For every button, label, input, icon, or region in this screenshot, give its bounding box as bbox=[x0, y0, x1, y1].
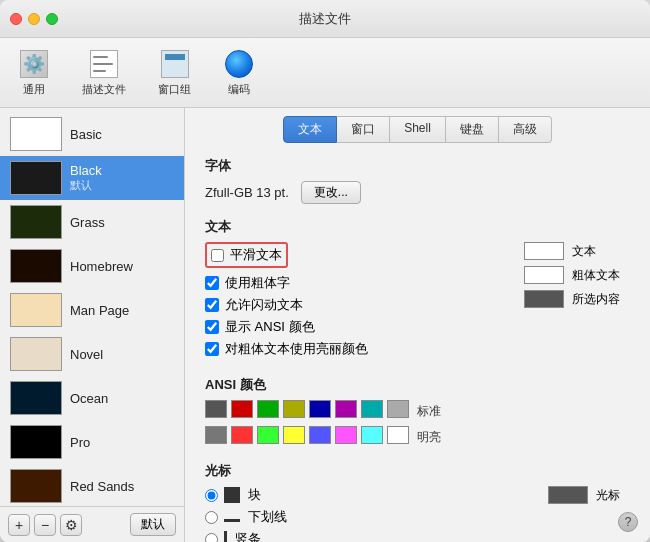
ansi-std-label: 标准 bbox=[417, 403, 441, 420]
remove-profile-button[interactable]: − bbox=[34, 514, 56, 536]
show-ansi-label: 显示 ANSI 颜色 bbox=[225, 318, 315, 336]
ansi-bright-swatches bbox=[205, 426, 409, 444]
text-color-swatch[interactable] bbox=[524, 242, 564, 260]
tab-shell[interactable]: Shell bbox=[390, 116, 446, 143]
titlebar: 描述文件 bbox=[0, 0, 650, 38]
toolbar-encoding[interactable]: 编码 bbox=[217, 44, 261, 101]
selected-color-row: 所选内容 bbox=[524, 290, 620, 308]
sidebar-item-novel[interactable]: Novel bbox=[0, 332, 184, 376]
bold-color-swatch[interactable] bbox=[524, 266, 564, 284]
ansi-bright-swatch-6[interactable] bbox=[361, 426, 383, 444]
ansi-bright-swatch-7[interactable] bbox=[387, 426, 409, 444]
selected-color-label: 所选内容 bbox=[572, 291, 620, 308]
use-bold-label: 使用粗体字 bbox=[225, 274, 290, 292]
minimize-button[interactable] bbox=[28, 13, 40, 25]
close-button[interactable] bbox=[10, 13, 22, 25]
main-window: 描述文件 ⚙️ 通用 描述文件 窗口组 bbox=[0, 0, 650, 542]
item-name-redsands: Red Sands bbox=[70, 479, 134, 494]
add-profile-button[interactable]: + bbox=[8, 514, 30, 536]
cursor-underline-row: 下划线 bbox=[205, 508, 287, 526]
use-bold-checkbox[interactable] bbox=[205, 276, 219, 290]
cursor-block-row: 块 bbox=[205, 486, 287, 504]
ansi-bright-swatch-5[interactable] bbox=[335, 426, 357, 444]
panel-content: 字体 Zfull-GB 13 pt. 更改... 文本 平滑文本 bbox=[185, 143, 650, 542]
default-button[interactable]: 默认 bbox=[130, 513, 176, 536]
help-button[interactable]: ? bbox=[618, 512, 638, 532]
ansi-bright-swatch-0[interactable] bbox=[205, 426, 227, 444]
allow-blink-checkbox[interactable] bbox=[205, 298, 219, 312]
cursor-underline-label: 下划线 bbox=[248, 508, 287, 526]
font-name-label: Zfull-GB 13 pt. bbox=[205, 185, 289, 200]
item-thumb-novel bbox=[10, 337, 62, 371]
cursor-color-swatch[interactable] bbox=[548, 486, 588, 504]
sidebar-item-ocean[interactable]: Ocean bbox=[0, 376, 184, 420]
bold-bright-row: 对粗体文本使用亮丽颜色 bbox=[205, 340, 368, 358]
cursor-section-title: 光标 bbox=[205, 462, 630, 480]
encoding-icon bbox=[223, 48, 255, 80]
cursor-section: 光标 块 下划线 bbox=[205, 462, 630, 542]
ansi-bright-swatch-3[interactable] bbox=[283, 426, 305, 444]
ansi-std-swatch-2[interactable] bbox=[257, 400, 279, 418]
item-sub-black: 默认 bbox=[70, 178, 102, 193]
show-ansi-checkbox[interactable] bbox=[205, 320, 219, 334]
show-ansi-row: 显示 ANSI 颜色 bbox=[205, 318, 368, 336]
ansi-std-swatch-3[interactable] bbox=[283, 400, 305, 418]
cursor-block-radio[interactable] bbox=[205, 489, 218, 502]
cursor-color-label: 光标 bbox=[596, 487, 620, 504]
tab-keyboard[interactable]: 键盘 bbox=[446, 116, 499, 143]
smooth-text-checkbox[interactable] bbox=[211, 249, 224, 262]
window-title: 描述文件 bbox=[299, 10, 351, 28]
text-color-label: 文本 bbox=[572, 243, 596, 260]
toolbar-windowgroup[interactable]: 窗口组 bbox=[152, 44, 197, 101]
cursor-bar-radio[interactable] bbox=[205, 533, 218, 543]
toolbar-windowgroup-label: 窗口组 bbox=[158, 82, 191, 97]
sidebar-item-basic[interactable]: Basic bbox=[0, 112, 184, 156]
tab-advanced[interactable]: 高级 bbox=[499, 116, 552, 143]
use-bold-row: 使用粗体字 bbox=[205, 274, 368, 292]
change-font-button[interactable]: 更改... bbox=[301, 181, 361, 204]
sidebar-item-pro[interactable]: Pro bbox=[0, 420, 184, 464]
toolbar-profile-label: 描述文件 bbox=[82, 82, 126, 97]
item-name-ocean: Ocean bbox=[70, 391, 108, 406]
smooth-text-label: 平滑文本 bbox=[230, 246, 282, 264]
tab-text[interactable]: 文本 bbox=[283, 116, 337, 143]
ansi-std-swatch-7[interactable] bbox=[387, 400, 409, 418]
item-thumb-black bbox=[10, 161, 62, 195]
sidebar-item-black[interactable]: Black 默认 bbox=[0, 156, 184, 200]
ansi-std-swatch-4[interactable] bbox=[309, 400, 331, 418]
sidebar-item-redsands[interactable]: Red Sands bbox=[0, 464, 184, 506]
settings-button[interactable]: ⚙ bbox=[60, 514, 82, 536]
sidebar: Basic Black 默认 Grass Homebrew Man Page N… bbox=[0, 108, 185, 542]
font-row: Zfull-GB 13 pt. 更改... bbox=[205, 181, 630, 204]
toolbar-general[interactable]: ⚙️ 通用 bbox=[12, 44, 56, 101]
sidebar-item-manpage[interactable]: Man Page bbox=[0, 288, 184, 332]
ansi-section: ANSI 颜色 标准 明亮 bbox=[205, 376, 630, 448]
bold-bright-checkbox[interactable] bbox=[205, 342, 219, 356]
ansi-bright-label: 明亮 bbox=[417, 429, 441, 446]
item-name-black: Black bbox=[70, 163, 102, 178]
cursor-underline-radio[interactable] bbox=[205, 511, 218, 524]
text-section: 文本 平滑文本 使用粗体字 bbox=[205, 218, 630, 362]
ansi-bright-swatch-4[interactable] bbox=[309, 426, 331, 444]
traffic-lights bbox=[10, 13, 58, 25]
item-name-pro: Pro bbox=[70, 435, 90, 450]
cursor-bar-row: 竖条 bbox=[205, 530, 287, 542]
content-area: Basic Black 默认 Grass Homebrew Man Page N… bbox=[0, 108, 650, 542]
sidebar-item-grass[interactable]: Grass bbox=[0, 200, 184, 244]
item-thumb-basic bbox=[10, 117, 62, 151]
sidebar-item-homebrew[interactable]: Homebrew bbox=[0, 244, 184, 288]
toolbar-profile[interactable]: 描述文件 bbox=[76, 44, 132, 101]
bold-color-row: 粗体文本 bbox=[524, 266, 620, 284]
selected-color-swatch[interactable] bbox=[524, 290, 564, 308]
ansi-bright-swatch-2[interactable] bbox=[257, 426, 279, 444]
ansi-std-swatch-6[interactable] bbox=[361, 400, 383, 418]
ansi-std-swatch-1[interactable] bbox=[231, 400, 253, 418]
ansi-std-swatch-0[interactable] bbox=[205, 400, 227, 418]
maximize-button[interactable] bbox=[46, 13, 58, 25]
ansi-std-swatch-5[interactable] bbox=[335, 400, 357, 418]
tab-window[interactable]: 窗口 bbox=[337, 116, 390, 143]
general-icon: ⚙️ bbox=[18, 48, 50, 80]
allow-blink-row: 允许闪动文本 bbox=[205, 296, 368, 314]
bold-color-label: 粗体文本 bbox=[572, 267, 620, 284]
ansi-bright-swatch-1[interactable] bbox=[231, 426, 253, 444]
